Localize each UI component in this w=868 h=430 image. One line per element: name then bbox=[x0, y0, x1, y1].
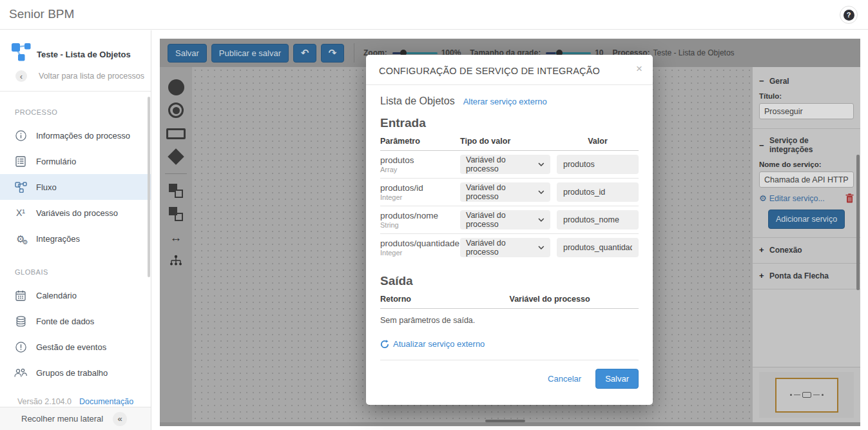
modal-save-button[interactable]: Salvar bbox=[595, 369, 639, 389]
sidebar-item-gestao-de-eventos[interactable]: Gestão de eventos bbox=[0, 334, 151, 360]
sidebar-scrollbar[interactable] bbox=[148, 97, 150, 277]
app-title: Senior BPM bbox=[9, 7, 74, 21]
database-icon bbox=[14, 316, 27, 327]
undo-button[interactable]: ↶ bbox=[293, 44, 316, 63]
minimap-task-node bbox=[802, 392, 811, 398]
edit-service-row: ⚙ Editar serviço... bbox=[759, 193, 854, 203]
version-text: Versão 2.104.0 bbox=[17, 397, 72, 406]
param-value-input[interactable] bbox=[557, 210, 639, 230]
param-type: Array bbox=[380, 166, 460, 173]
palette-connection[interactable]: ↔ bbox=[160, 226, 192, 249]
saida-heading: Saída bbox=[380, 274, 639, 288]
documentation-link[interactable]: Documentação bbox=[79, 397, 133, 406]
sidebar-item-label: Formulário bbox=[36, 157, 76, 166]
section-conexao[interactable]: + Conexão bbox=[759, 244, 854, 259]
grid-size-slider[interactable] bbox=[546, 52, 591, 54]
panel-divider bbox=[753, 289, 860, 289]
process-title: Teste - Lista de Objetos bbox=[37, 50, 131, 59]
value-type-select[interactable]: Variável do processo bbox=[460, 155, 550, 174]
chevron-down-icon bbox=[538, 162, 545, 166]
service-row: Lista de Objetos Alterar serviço externo bbox=[380, 95, 639, 107]
section-geral[interactable]: − Geral bbox=[759, 75, 854, 90]
sidebar-item-integracoes[interactable]: ⚙⚙ Integrações bbox=[0, 226, 151, 251]
back-to-process-list[interactable]: ‹ Voltar para lista de processos bbox=[0, 68, 151, 91]
sidebar-item-label: Gestão de eventos bbox=[36, 342, 106, 352]
value-type-select[interactable]: Variável do processo bbox=[460, 182, 550, 202]
collapse-sidebar-button[interactable]: Recolher menu lateral « bbox=[0, 407, 151, 430]
save-button[interactable]: Salvar bbox=[168, 44, 207, 63]
expand-plus-icon: + bbox=[759, 245, 769, 255]
palette-auto-layout[interactable] bbox=[160, 249, 192, 272]
section-servico-heading: Serviço de integrações bbox=[769, 136, 854, 154]
refresh-icon bbox=[380, 340, 389, 349]
question-mark-icon: ? bbox=[844, 10, 854, 21]
publish-save-button[interactable]: Publicar e salvar bbox=[211, 44, 289, 63]
value-type-select[interactable]: Variável do processo bbox=[460, 238, 550, 257]
properties-scrollbar[interactable] bbox=[856, 155, 860, 290]
col-valor: Valor bbox=[557, 137, 639, 146]
section-ponta-da-flecha[interactable]: + Ponta da Flecha bbox=[759, 269, 854, 284]
palette-bring-to-front[interactable] bbox=[160, 179, 192, 202]
palette-start-event[interactable] bbox=[160, 75, 192, 99]
minimap-connector bbox=[813, 395, 820, 395]
sidebar-item-label: Fonte de dados bbox=[36, 317, 94, 326]
edit-service-label: Editar serviço... bbox=[769, 194, 825, 203]
zoom-slider[interactable] bbox=[392, 52, 438, 54]
minimap[interactable] bbox=[759, 372, 854, 418]
double-arrow-icon: ↔ bbox=[170, 231, 182, 244]
section-servico-integracoes[interactable]: − Serviço de integrações bbox=[759, 135, 854, 158]
sidebar-item-label: Integrações bbox=[36, 234, 80, 244]
palette-separator bbox=[165, 173, 187, 174]
output-header-row: Retorno Variável do processo bbox=[380, 295, 639, 309]
toolbar-separator bbox=[354, 43, 354, 63]
back-chevron-icon[interactable]: ‹ bbox=[15, 70, 27, 82]
sidebar-item-fonte-de-dados[interactable]: Fonte de dados bbox=[0, 308, 151, 334]
sidebar-item-calendario[interactable]: Calendário bbox=[0, 282, 151, 308]
add-service-button[interactable]: Adicionar serviço bbox=[768, 210, 845, 229]
sidebar-item-informacoes[interactable]: Informações do processo bbox=[0, 122, 151, 148]
cancel-button[interactable]: Cancelar bbox=[548, 374, 581, 384]
section-ponta-heading: Ponta da Flecha bbox=[769, 271, 829, 280]
value-type-select[interactable]: Variável do processo bbox=[460, 210, 550, 230]
refresh-external-service-link[interactable]: Atualizar serviço externo bbox=[380, 339, 639, 349]
redo-button[interactable]: ↷ bbox=[321, 44, 344, 63]
gear-icon: ⚙ bbox=[759, 193, 767, 203]
sidebar-item-fluxo[interactable]: Fluxo bbox=[0, 174, 151, 200]
sidebar-item-grupos-de-trabalho[interactable]: Grupos de trabalho bbox=[0, 360, 151, 386]
start-event-icon bbox=[168, 79, 184, 95]
minimap-viewport[interactable] bbox=[775, 378, 838, 413]
expand-plus-icon: + bbox=[759, 271, 769, 280]
panel-divider bbox=[753, 128, 860, 129]
events-icon bbox=[14, 342, 27, 353]
close-icon[interactable]: × bbox=[636, 63, 642, 74]
trash-icon[interactable] bbox=[845, 193, 854, 203]
modal-footer: Cancelar Salvar bbox=[380, 360, 639, 397]
edit-service-link[interactable]: ⚙ Editar serviço... bbox=[759, 193, 825, 203]
collapse-chevrons-icon: « bbox=[113, 412, 127, 426]
groups-icon bbox=[14, 368, 27, 378]
selected-option: Variável do processo bbox=[466, 211, 538, 229]
param-value-input[interactable] bbox=[557, 238, 639, 257]
palette-gateway[interactable] bbox=[160, 145, 192, 168]
flow-icon bbox=[14, 182, 27, 193]
palette-send-to-back[interactable] bbox=[160, 202, 192, 226]
param-value-input[interactable] bbox=[557, 182, 639, 202]
palette-end-event[interactable] bbox=[160, 99, 192, 122]
nome-servico-input[interactable] bbox=[759, 171, 854, 188]
param-value-input[interactable] bbox=[557, 155, 639, 174]
modal-header: CONFIGURAÇÃO DE SERVIÇO DE INTEGRAÇÃO × bbox=[366, 55, 653, 85]
col-retorno: Retorno bbox=[380, 295, 510, 304]
titulo-input[interactable] bbox=[759, 103, 854, 119]
canvas-horizontal-scrollbar[interactable] bbox=[485, 420, 525, 422]
tree-layout-icon bbox=[169, 255, 182, 266]
variables-icon: X¹ bbox=[14, 208, 27, 218]
undo-icon: ↶ bbox=[301, 47, 309, 59]
sidebar-item-formulario[interactable]: Formulário bbox=[0, 148, 151, 174]
help-button[interactable]: ? bbox=[840, 6, 858, 24]
minimap-start-node bbox=[790, 394, 792, 396]
sidebar-item-variaveis[interactable]: X¹ Variáveis do processo bbox=[0, 200, 151, 226]
back-label[interactable]: Voltar para lista de processos bbox=[39, 72, 144, 81]
selected-option: Variável do processo bbox=[466, 155, 538, 173]
palette-task[interactable] bbox=[160, 122, 192, 145]
change-external-service-link[interactable]: Alterar serviço externo bbox=[463, 97, 547, 106]
